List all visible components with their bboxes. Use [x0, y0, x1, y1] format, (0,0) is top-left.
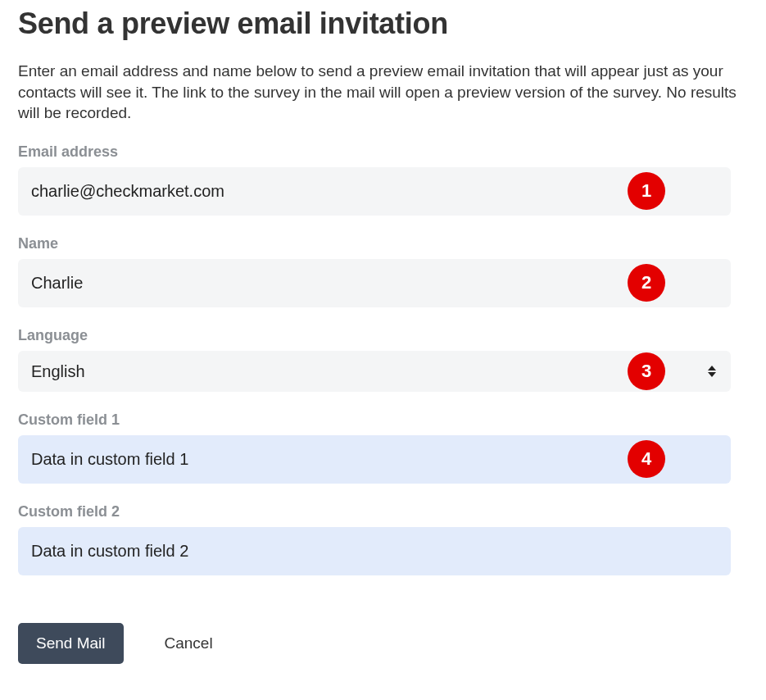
send-mail-button[interactable]: Send Mail: [18, 623, 124, 664]
field-custom2: Custom field 2: [18, 503, 748, 575]
field-language: Language English 3: [18, 327, 748, 392]
field-custom1: Custom field 1 4: [18, 411, 748, 484]
page-title: Send a preview email invitation: [18, 7, 748, 41]
custom1-input[interactable]: [18, 435, 731, 484]
name-label: Name: [18, 235, 748, 252]
language-label: Language: [18, 327, 748, 344]
field-name: Name 2: [18, 235, 748, 307]
custom1-label: Custom field 1: [18, 411, 748, 429]
cancel-button[interactable]: Cancel: [156, 623, 221, 664]
language-select[interactable]: English: [18, 351, 731, 392]
intro-text: Enter an email address and name below to…: [18, 61, 748, 124]
actions-row: Send Mail Cancel: [18, 623, 748, 664]
custom2-input[interactable]: [18, 527, 731, 575]
email-input[interactable]: [18, 167, 731, 216]
field-email: Email address 1: [18, 143, 748, 216]
name-input[interactable]: [18, 259, 731, 307]
custom2-label: Custom field 2: [18, 503, 748, 520]
email-label: Email address: [18, 143, 748, 161]
